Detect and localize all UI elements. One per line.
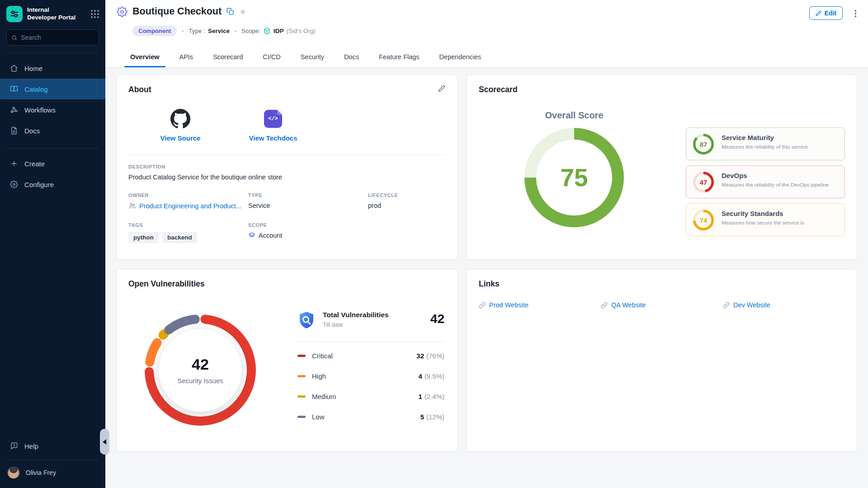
kind-badge: Component [132, 26, 177, 36]
score-ring: 87 [693, 134, 714, 155]
vuln-center-label: Security Issues [177, 377, 223, 385]
tab-scorecard[interactable]: Scorecard [207, 47, 249, 67]
user-name: Olivia Frey [26, 469, 56, 476]
sidebar-item-help[interactable]: Help [0, 436, 105, 456]
home-icon [10, 64, 18, 72]
edit-about-icon[interactable] [438, 85, 445, 92]
link-icon [601, 302, 608, 309]
favorite-star-icon[interactable]: ★ [239, 7, 246, 17]
app-logo-icon [6, 6, 23, 22]
people-icon [128, 202, 136, 210]
tab-apis[interactable]: APIs [174, 47, 199, 67]
total-vulnerabilities-sub: Till date [323, 321, 430, 328]
github-icon [170, 109, 190, 129]
tags-label: TAGS [128, 222, 248, 228]
techdocs-icon: </> [264, 110, 282, 128]
about-card: About View Source </> View Techdocs DESC… [116, 75, 458, 260]
vuln-center-value: 42 [192, 356, 209, 373]
divider [128, 155, 445, 155]
view-source-link[interactable]: View Source [151, 108, 210, 142]
page-title: Boutique Checkout [132, 6, 222, 17]
tab-feature-flags[interactable]: Feature Flags [373, 47, 425, 67]
tag-backend[interactable]: backend [162, 232, 197, 243]
description-value: Product Catalog Service for the boutique… [128, 174, 445, 181]
medium-dash-icon [297, 395, 306, 398]
more-options-icon[interactable] [854, 9, 858, 18]
links-title: Links [479, 279, 845, 289]
scope-label: SCOPE [248, 222, 368, 228]
overall-score-value: 75 [524, 128, 624, 227]
help-icon [10, 442, 18, 450]
scope-meta: Scope: IDP (Sid's Org) [241, 27, 316, 35]
link-icon [479, 302, 486, 309]
sidebar: Internal Developer Portal Home Catalog W… [0, 0, 105, 488]
description-label: DESCRIPTION [128, 164, 445, 169]
total-vulnerabilities-value: 42 [430, 312, 444, 326]
total-vulnerabilities-title: Total Vulnerabilities [323, 311, 430, 319]
catalog-icon [10, 85, 18, 93]
score-card-security-standards[interactable]: 74 Security Standards Measures how secur… [686, 203, 845, 236]
tab-cicd[interactable]: CI/CD [257, 47, 286, 67]
view-techdocs-link[interactable]: </> View Techdocs [244, 108, 302, 142]
owner-label: OWNER [128, 192, 248, 198]
lifecycle-value: prod [368, 202, 445, 209]
overall-score-donut: 75 [524, 128, 624, 227]
copy-icon[interactable] [226, 8, 234, 15]
vulnerabilities-card: Open Vulnerabilities 42 Security Issues … [116, 269, 458, 452]
sidebar-item-configure[interactable]: Configure [0, 174, 105, 195]
vuln-row-critical: Critical 32 (76%) [297, 346, 444, 366]
sidebar-item-workflows[interactable]: Workflows [0, 99, 105, 120]
sidebar-item-docs[interactable]: Docs [0, 120, 105, 141]
score-card-service-maturity[interactable]: 87 Service Maturity Measures the reliabi… [686, 127, 845, 160]
pencil-icon [816, 10, 821, 16]
dot-separator [235, 30, 236, 32]
component-gear-icon [117, 6, 127, 17]
gear-icon [10, 180, 18, 188]
tab-docs[interactable]: Docs [338, 47, 365, 67]
vuln-row-medium: Medium 1 (2.4%) [297, 386, 444, 407]
dot-separator [182, 30, 184, 32]
workflows-icon [10, 106, 18, 114]
tag-python[interactable]: python [128, 232, 159, 243]
sidebar-search[interactable] [6, 29, 99, 46]
divider [297, 342, 444, 342]
tab-overview[interactable]: Overview [124, 47, 165, 67]
search-icon [11, 34, 17, 41]
search-input[interactable] [21, 34, 94, 41]
score-ring: 74 [693, 210, 714, 230]
edit-button[interactable]: Edit [809, 6, 843, 20]
sidebar-item-create[interactable]: Create [0, 153, 105, 174]
user-menu[interactable]: Olivia Frey [0, 460, 105, 488]
docs-icon [10, 127, 18, 135]
tab-security[interactable]: Security [295, 47, 330, 67]
divider [6, 53, 99, 53]
vulnerabilities-title: Open Vulnerabilities [128, 279, 445, 289]
vulnerabilities-donut: 42 Security Issues [145, 314, 256, 426]
app-title: Internal Developer Portal [27, 6, 86, 22]
vuln-row-high: High 4 (9.5%) [297, 366, 444, 386]
link-icon [723, 302, 730, 309]
shield-scan-icon [297, 311, 316, 331]
owner-link[interactable]: Product Engineering and Product... [128, 202, 248, 210]
links-card: Links Prod Website QA Website Dev Websit… [467, 269, 857, 452]
sidebar-item-home[interactable]: Home [0, 58, 105, 79]
score-card-devops[interactable]: 47 DevOps Measures the reliability of th… [686, 165, 845, 198]
sidebar-collapse-handle[interactable] [100, 429, 109, 455]
cube-icon [263, 27, 271, 35]
app-switcher-icon[interactable] [91, 10, 99, 18]
link-qa-website[interactable]: QA Website [601, 301, 723, 309]
type-value: Service [248, 202, 368, 209]
scope-value: Account [248, 232, 368, 239]
avatar [7, 466, 20, 479]
link-dev-website[interactable]: Dev Website [723, 301, 845, 309]
scorecard-card: Scorecard Overall Score 75 87 Service Ma… [467, 75, 857, 260]
scorecard-title: Scorecard [479, 85, 845, 94]
page-header: Boutique Checkout ★ Edit Component Type … [105, 0, 868, 68]
tab-dependencies[interactable]: Dependencies [434, 47, 487, 67]
sidebar-item-catalog[interactable]: Catalog [0, 79, 105, 99]
high-dash-icon [297, 375, 306, 377]
low-dash-icon [297, 416, 306, 418]
layers-icon [248, 232, 255, 239]
overall-score-label: Overall Score [467, 110, 681, 121]
link-prod-website[interactable]: Prod Website [479, 301, 601, 309]
